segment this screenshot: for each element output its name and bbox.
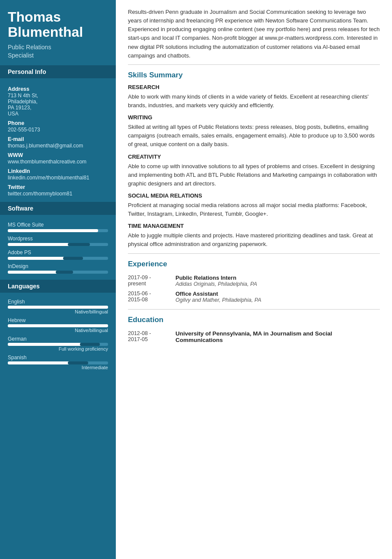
languages-section: English Native/billingual Hebrew Native/…	[0, 296, 116, 377]
sidebar: Thomas Blumenthal Public RelationsSpecia…	[0, 0, 116, 559]
edu-degree: University of Pennsylvania, MA in Journa…	[175, 330, 380, 343]
divider	[128, 253, 380, 254]
software-item: MS Office Suite	[0, 220, 116, 234]
education-table: 2012-08 -2017-05 University of Pennsylva…	[128, 329, 380, 345]
twitter-value: twitter.com/thommybloom81	[0, 191, 116, 198]
exp-role: Office Assistant	[175, 291, 380, 297]
skills-list: RESEARCH Able to work with many kinds of…	[128, 84, 380, 249]
summary-text: Results-driven Penn graduate in Journali…	[128, 8, 380, 60]
edu-details: University of Pennsylvania, MA in Journa…	[175, 329, 380, 345]
language-bar	[8, 306, 108, 309]
software-bar	[8, 243, 108, 246]
divider	[128, 64, 380, 65]
software-item: Adobe PS	[0, 248, 116, 262]
phone-label: Phone	[0, 118, 116, 127]
www-label: WWW	[0, 150, 116, 159]
skill-item: WRITING Skilled at writing all types of …	[128, 114, 380, 149]
skill-item: CREATIVITY Able to come up with innovati…	[128, 153, 380, 188]
address-value: 713 N 4th St,Philadelphia,PA 19123,USA	[0, 93, 116, 118]
language-item: Hebrew Native/billingual	[0, 316, 116, 333]
exp-org: Ogilvy and Mather, Philadelphia, PA	[175, 297, 380, 303]
language-bar	[8, 324, 108, 327]
www-value: www.thomblumenthalcreative.com	[0, 159, 116, 166]
main-content: Results-driven Penn graduate in Journali…	[116, 0, 392, 559]
table-row: 2015-06 -2015-08 Office Assistant Ogilvy…	[128, 289, 380, 305]
skill-desc: Able to work with many kinds of clients …	[128, 93, 380, 110]
exp-role: Public Relations Intern	[175, 275, 380, 281]
email-value: thomas.j.blumenthal@gmail.com	[0, 143, 116, 150]
experience-table: 2017-09 -present Public Relations Intern…	[128, 273, 380, 305]
exp-date: 2015-06 -2015-08	[128, 289, 175, 305]
exp-org: Adidas Originals, Philadelphia, PA	[175, 281, 380, 287]
linkedin-label: LinkedIn	[0, 166, 116, 175]
linkedin-value: linkedin.com/me/thomblumenthal81	[0, 175, 116, 182]
skill-item: SOCIAL MEDIA RELATIONS Proficient at man…	[128, 192, 380, 218]
software-bar	[8, 271, 108, 274]
email-label: E-mail	[0, 134, 116, 143]
skill-desc: Able to juggle multiple clients and proj…	[128, 231, 380, 249]
candidate-name: Thomas Blumenthal	[8, 10, 108, 40]
table-row: 2012-08 -2017-05 University of Pennsylva…	[128, 329, 380, 345]
personal-info-section: Address 713 N 4th St,Philadelphia,PA 191…	[0, 82, 116, 202]
skills-section-title: Skills Summary	[128, 71, 380, 80]
software-section: MS Office Suite Wordpress Adobe PS InDes…	[0, 218, 116, 280]
candidate-title: Public RelationsSpecialist	[8, 43, 108, 59]
software-item: InDesign	[0, 262, 116, 275]
exp-details: Public Relations Intern Adidas Originals…	[175, 273, 380, 289]
skill-item: TIME MANAGEMENT Able to juggle multiple …	[128, 223, 380, 249]
skill-name: WRITING	[128, 114, 380, 121]
skill-desc: Proficient at managing social media rela…	[128, 201, 380, 218]
software-bar	[8, 229, 108, 232]
experience-section-title: Experience	[128, 260, 380, 268]
sidebar-header: Thomas Blumenthal Public RelationsSpecia…	[0, 0, 116, 65]
language-bar	[8, 343, 108, 346]
software-header: Software	[0, 202, 116, 215]
language-item: German Full working proficiency	[0, 335, 116, 351]
exp-details: Office Assistant Ogilvy and Mather, Phil…	[175, 289, 380, 305]
address-label: Address	[0, 83, 116, 93]
education-section-title: Education	[128, 316, 380, 324]
skill-name: SOCIAL MEDIA RELATIONS	[128, 192, 380, 199]
twitter-label: Twitter	[0, 182, 116, 191]
phone-value: 202-555-0173	[0, 127, 116, 134]
edu-date: 2012-08 -2017-05	[128, 329, 175, 345]
skill-name: RESEARCH	[128, 84, 380, 90]
skill-desc: Skilled at writing all types of Public R…	[128, 123, 380, 149]
skill-desc: Able to come up with innovative solution…	[128, 162, 380, 188]
divider	[128, 309, 380, 310]
languages-header: Languages	[0, 280, 116, 293]
language-item: Spanish Intermediate	[0, 354, 116, 370]
software-bar	[8, 257, 108, 260]
skill-item: RESEARCH Able to work with many kinds of…	[128, 84, 380, 110]
personal-info-header: Personal Info	[0, 65, 116, 78]
language-bar	[8, 361, 108, 364]
skill-name: CREATIVITY	[128, 153, 380, 160]
exp-date: 2017-09 -present	[128, 273, 175, 289]
table-row: 2017-09 -present Public Relations Intern…	[128, 273, 380, 289]
skill-name: TIME MANAGEMENT	[128, 223, 380, 229]
language-item: English Native/billingual	[0, 298, 116, 314]
software-item: Wordpress	[0, 234, 116, 248]
